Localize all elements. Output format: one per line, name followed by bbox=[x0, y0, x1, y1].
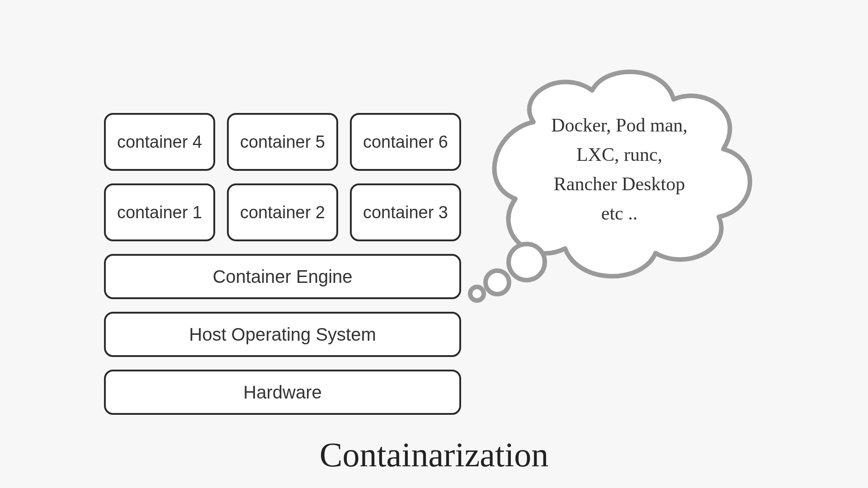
thought-line: LXC, runc, bbox=[522, 140, 717, 169]
container-label: container 4 bbox=[117, 132, 202, 152]
thought-line: Rancher Desktop bbox=[522, 169, 717, 199]
svg-point-1 bbox=[486, 271, 509, 294]
diagram-title: Containarization bbox=[0, 435, 868, 474]
container-label: container 6 bbox=[363, 132, 448, 152]
thought-line: etc .. bbox=[522, 199, 717, 228]
container-box: container 3 bbox=[350, 183, 461, 241]
thought-line: Docker, Pod man, bbox=[522, 111, 717, 140]
container-box: container 6 bbox=[350, 113, 461, 171]
container-engine-layer: Container Engine bbox=[104, 254, 461, 299]
host-os-layer: Host Operating System bbox=[104, 312, 461, 357]
hardware-layer: Hardware bbox=[104, 370, 461, 415]
thought-text: Docker, Pod man, LXC, runc, Rancher Desk… bbox=[522, 111, 717, 228]
container-row-top: container 4 container 5 container 6 bbox=[104, 113, 461, 171]
container-box: container 1 bbox=[104, 183, 215, 241]
container-label: container 3 bbox=[363, 203, 448, 222]
container-box: container 5 bbox=[227, 113, 338, 171]
svg-point-0 bbox=[509, 244, 545, 280]
container-label: container 2 bbox=[240, 203, 325, 222]
svg-point-2 bbox=[470, 287, 484, 300]
layer-label: Host Operating System bbox=[189, 324, 376, 345]
layer-label: Container Engine bbox=[212, 267, 352, 287]
container-box: container 2 bbox=[227, 183, 338, 241]
architecture-stack: container 4 container 5 container 6 cont… bbox=[104, 113, 461, 415]
container-row-bottom: container 1 container 2 container 3 bbox=[104, 183, 461, 241]
container-label: container 5 bbox=[240, 132, 325, 152]
layer-label: Hardware bbox=[243, 382, 321, 403]
container-label: container 1 bbox=[117, 203, 202, 222]
container-box: container 4 bbox=[104, 113, 215, 171]
thought-bubble: Docker, Pod man, LXC, runc, Rancher Desk… bbox=[452, 41, 769, 303]
